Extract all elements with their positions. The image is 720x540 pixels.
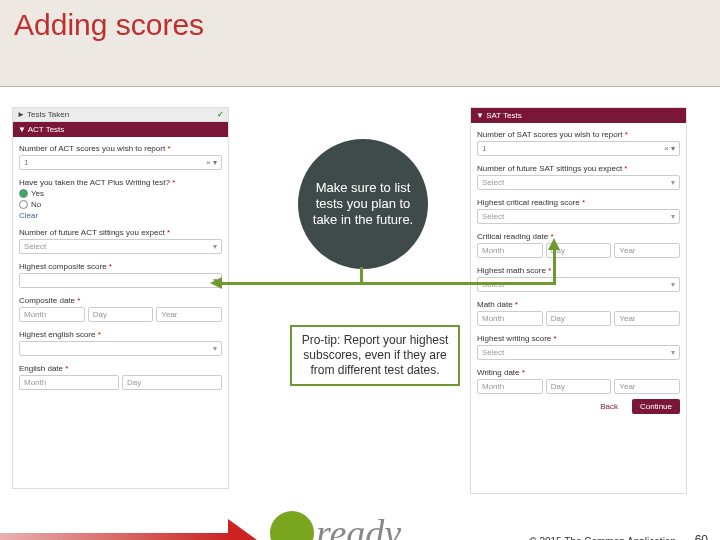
ready-logo: ready: [270, 511, 401, 540]
copyright: © 2015 The Common Application: [529, 536, 676, 540]
arrow-bar-right: [362, 282, 556, 285]
arrow-bar-left: [220, 282, 362, 285]
sat-form: ▼ SAT Tests Number of SAT scores you wis…: [470, 107, 687, 494]
act-comp-date-label: Composite date *: [19, 296, 222, 305]
sat-hcr-label: Highest critical reading score *: [477, 198, 680, 207]
comp-year[interactable]: Year: [156, 307, 222, 322]
write-month[interactable]: Month: [477, 379, 543, 394]
continue-button[interactable]: Continue: [632, 399, 680, 414]
act-future-label: Number of future ACT sittings you expect…: [19, 228, 222, 237]
act-eng-date-label: English date *: [19, 364, 222, 373]
math-month[interactable]: Month: [477, 311, 543, 326]
sat-math-date-label: Math date *: [477, 300, 680, 309]
radio-yes[interactable]: Yes: [19, 189, 222, 198]
sat-future-label: Number of future SAT sittings you expect…: [477, 164, 680, 173]
act-future-select[interactable]: Select▾: [19, 239, 222, 254]
act-num-label: Number of ACT scores you wish to report …: [19, 144, 222, 153]
act-num-select[interactable]: 1× ▾: [19, 155, 222, 170]
sat-hmath-label: Highest math score *: [477, 266, 680, 275]
write-year[interactable]: Year: [614, 379, 680, 394]
radio-no[interactable]: No: [19, 200, 222, 209]
ready-dot-icon: [270, 511, 314, 540]
sat-num-label: Number of SAT scores you wish to report …: [477, 130, 680, 139]
arrow-head-left: [210, 277, 222, 289]
act-plus-label: Have you taken the ACT Plus Writing test…: [19, 178, 222, 187]
eng-month[interactable]: Month: [19, 375, 119, 390]
back-button[interactable]: Back: [592, 399, 626, 414]
pro-tip-box: Pro-tip: Report your highest subscores, …: [290, 325, 460, 386]
sat-section-bar: ▼ SAT Tests: [471, 108, 686, 123]
sat-hwrite-select[interactable]: Select▾: [477, 345, 680, 360]
act-highest-comp-label: Highest composite score *: [19, 262, 222, 271]
act-section-bar: ▼ ACT Tests: [13, 122, 228, 137]
callout-bubble: Make sure to list tests you plan to take…: [298, 139, 428, 269]
tests-taken-label: Tests Taken: [27, 110, 69, 119]
act-highest-eng-select[interactable]: ▾: [19, 341, 222, 356]
slide-body: ► Tests Taken ✓ ▼ ACT Tests Number of AC…: [0, 87, 720, 540]
page-number: 60: [695, 533, 708, 540]
slide-title: Adding scores: [14, 8, 706, 42]
sat-hcr-select[interactable]: Select▾: [477, 209, 680, 224]
slide: Adding scores ► Tests Taken ✓ ▼ ACT Test…: [0, 0, 720, 540]
big-red-arrow: [0, 519, 300, 540]
act-highest-eng-label: Highest english score *: [19, 330, 222, 339]
header-band: Adding scores: [0, 0, 720, 87]
clear-link[interactable]: Clear: [19, 211, 222, 220]
sat-future-select[interactable]: Select▾: [477, 175, 680, 190]
sat-num-select[interactable]: 1× ▾: [477, 141, 680, 156]
act-highest-comp-select[interactable]: ▾: [19, 273, 222, 288]
eng-day[interactable]: Day: [122, 375, 222, 390]
arrow-stub-left: [360, 267, 363, 284]
check-icon: ✓: [217, 110, 224, 119]
sat-cr-date-label: Critical reading date *: [477, 232, 680, 241]
tests-taken-header: ► Tests Taken ✓: [13, 108, 228, 122]
form-footer: Back Continue: [471, 395, 686, 418]
comp-day[interactable]: Day: [88, 307, 154, 322]
sat-write-date-label: Writing date *: [477, 368, 680, 377]
sat-hwrite-label: Highest writing score *: [477, 334, 680, 343]
cr-year[interactable]: Year: [614, 243, 680, 258]
write-day[interactable]: Day: [546, 379, 612, 394]
comp-month[interactable]: Month: [19, 307, 85, 322]
math-year[interactable]: Year: [614, 311, 680, 326]
arrow-head-right: [548, 232, 560, 250]
math-day[interactable]: Day: [546, 311, 612, 326]
act-form: ► Tests Taken ✓ ▼ ACT Tests Number of AC…: [12, 107, 229, 489]
ready-word: ready: [316, 511, 401, 540]
cr-month[interactable]: Month: [477, 243, 543, 258]
